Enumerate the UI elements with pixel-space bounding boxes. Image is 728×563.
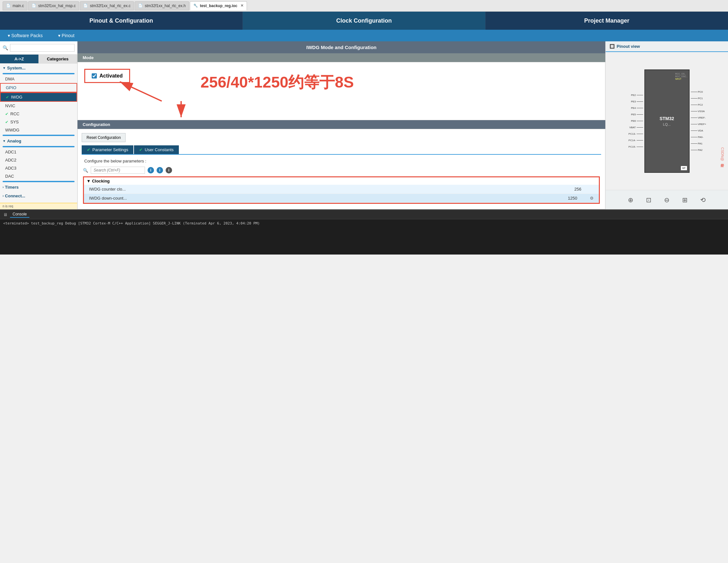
gear-icon[interactable]: ⚙ [590,196,594,200]
sidebar-item-rcc[interactable]: ✔ RCC [0,110,77,118]
sidebar-item-sys[interactable]: ✔ SYS [0,118,77,126]
pin-pe5: PE5 [625,112,643,118]
pin-vda: VDA [691,128,709,134]
chip-icon: 🔲 [610,44,615,49]
chevron-down-icon: ▼ [87,179,91,183]
tab-hal-msp[interactable]: 📄 stm32f1xx_hal_msp.c [28,1,79,10]
sidebar-item-dac[interactable]: DAC [0,172,77,180]
main-nav: Pinout & Configuration Clock Configurati… [0,12,728,30]
sidebar-category-timers[interactable]: › Timers [0,183,77,191]
center-panel: IWDG Mode and Configuration Mode Activat… [77,41,605,209]
pin-pe2: PE2 [625,92,643,98]
pin-pe4: PE4 [625,105,643,111]
info-icon-2[interactable]: i [157,167,163,173]
mode-content: Activated 256/40*1250约等于8S [77,62,605,120]
console-area: 🖥 Console <terminated> test_backup_reg D… [0,209,728,254]
annotation-text: 256/40*1250约等于8S [200,72,354,93]
sidebar-item-adc1[interactable]: ADC1 [0,148,77,156]
sub-nav-pinout[interactable]: ▾ Pinout [50,30,82,41]
layout-button[interactable]: ⊞ [679,194,691,206]
sort-categories-button[interactable]: Categories [39,55,77,63]
iwdg-panel-header: IWDG Mode and Configuration [77,41,605,53]
sidebar-category-connect[interactable]: › Connect... [0,191,77,200]
pin-pa1: PA1 [691,141,709,147]
sidebar: 🔍 A->Z Categories ▼ System... DMA GPIO ✔… [0,41,77,209]
pin-vbat: VBAT [625,125,643,130]
search-input[interactable] [10,44,75,52]
close-tab-icon[interactable]: ✕ [241,4,243,8]
rotate-button[interactable]: ⟲ [697,194,709,206]
sort-buttons: A->Z Categories [0,55,77,64]
sidebar-category-analog[interactable]: ▼ Analog [0,137,77,145]
arrow-icon: ▼ [3,66,6,70]
pin-pc15: PC15- [625,144,643,150]
highlighted-params: ▼ Clocking IWDG counter clo... 256 IWDG … [83,176,600,204]
mode-section-header: Mode [77,53,605,62]
console-tab[interactable]: Console [10,211,29,218]
mx-file-icon: 🔧 [193,4,198,8]
nav-pinout-config[interactable]: Pinout & Configuration [0,12,243,30]
right-panel: 🔲 Pinout view PE2 PE3 PE4 PE5 [605,41,728,209]
sidebar-item-wwdg[interactable]: WWDG [0,126,77,134]
arrow-icon-2: ▼ [3,139,6,143]
activated-box: Activated [84,69,130,83]
reset-config-button[interactable]: Reset Configuration [82,133,126,142]
sort-az-button[interactable]: A->Z [0,55,39,63]
pin-pe3: PE3 [625,99,643,105]
sidebar-item-gpio[interactable]: GPIO [0,83,77,92]
tab-check-icon-2: ✔ [139,147,143,152]
sidebar-item-dma[interactable]: DMA [0,75,77,83]
params-label: Configure the below parameters : [82,157,601,165]
pin-pc13: PC13- [625,131,643,137]
config-section-header: Configuration [77,120,605,129]
tab-hal-rtc-ex-c[interactable]: 📄 stm32f1xx_hal_rtc_ex.c [80,1,134,10]
sidebar-item-iwdg[interactable]: ✔ IWDG [0,92,77,102]
stm32-chip-area: PE2 PE3 PE4 PE5 PE6 [606,52,728,190]
is-req-label: n is req [0,203,77,209]
arrow-icon-3: › [3,185,4,189]
tab-user-constants[interactable]: ✔ User Constants [134,145,179,154]
pin-pa0-: PA0- [691,134,709,140]
param-search-row: 🔍 i i i [82,167,601,174]
sub-nav: ▾ Software Packs ▾ Pinout [0,30,728,41]
pin-pa2: PA2 [691,147,709,153]
sidebar-item-adc3[interactable]: ADC3 [0,164,77,172]
param-row-down-count[interactable]: IWDG down-count... 1250 ⚙ [84,194,599,203]
tab-hal-rtc-ex-h[interactable]: 📄 stm32f1xx_hal_rtc_ex.h [135,1,189,10]
tab-main-c[interactable]: 📄 main.c [3,1,27,10]
activated-checkbox[interactable] [92,73,97,78]
tab-parameter-settings[interactable]: ✔ Parameter Settings [82,145,133,154]
console-icon: 🖥 [3,212,7,217]
c-file-icon-3: 📄 [83,4,88,8]
left-pins: PE2 PE3 PE4 PE5 PE6 [625,92,643,150]
pin-vref+: VREF+ [691,121,709,127]
nav-project-manager[interactable]: Project Manager [486,12,728,30]
info-icon-3[interactable]: i [166,167,172,173]
sidebar-category-system[interactable]: ▼ System... [0,64,77,72]
pin-pc14: PC14- [625,138,643,143]
config-tabs: ✔ Parameter Settings ✔ User Constants [82,145,601,155]
sub-nav-software-packs[interactable]: ▾ Software Packs [0,30,50,41]
zoom-in-button[interactable]: ⊕ [625,194,637,206]
chip-body: RCC_OS.. RCC_OSC.. NRST STM32 LQ... ST [644,69,690,173]
console-header: 🖥 Console [0,210,728,219]
arrow-icon-4: › [3,194,4,198]
pin-pc0: PC0 [691,89,709,95]
zoom-out-button[interactable]: ⊖ [661,194,673,206]
pin-vref-: VREF- [691,115,709,121]
fit-view-button[interactable]: ⊡ [643,194,655,206]
divider-3 [3,146,75,147]
clocking-header: ▼ Clocking [84,177,599,185]
nav-clock-config[interactable]: Clock Configuration [243,12,486,30]
console-text: <terminated> test_backup_reg Debug [STM3… [0,219,728,227]
param-search-input[interactable] [94,168,142,172]
sidebar-item-nvic[interactable]: NVIC [0,102,77,110]
info-icon-1[interactable]: i [148,167,154,173]
tab-ioc[interactable]: 🔧 test_backup_reg.ioc ✕ [190,1,247,10]
right-pins: PC0 PC1 PC2 VSSA VREF- [691,89,709,153]
sidebar-item-adc2[interactable]: ADC2 [0,156,77,164]
pin-pe6: PE6 [625,118,643,124]
pinout-toolbar: ⊕ ⊡ ⊖ ⊞ ⟲ [606,190,728,209]
red-arrows-svg [78,62,605,120]
pin-pc1: PC1 [691,96,709,101]
